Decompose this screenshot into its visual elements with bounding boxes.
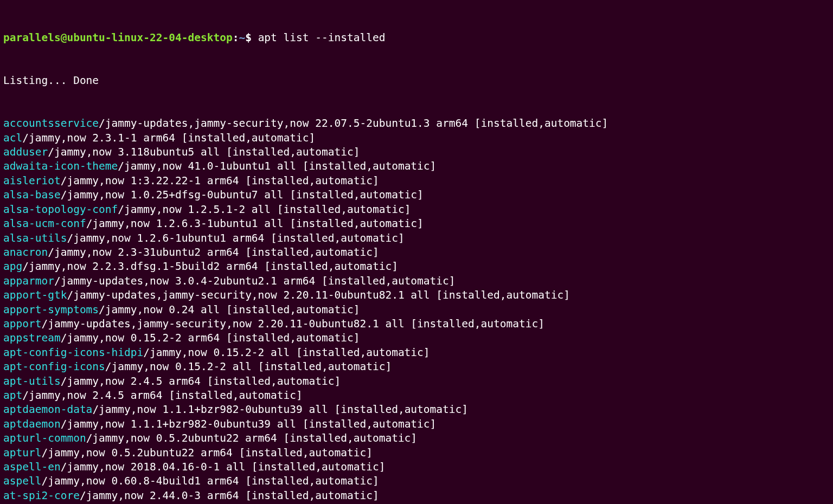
package-line: anacron/jammy,now 2.3-31ubuntu2 arm64 [i… (3, 245, 830, 260)
package-info: /jammy,now 0.15.2-2 all [installed,autom… (143, 346, 430, 359)
package-line: acl/jammy,now 2.3.1-1 arm64 [installed,a… (3, 131, 830, 145)
package-line: alsa-topology-conf/jammy,now 1.2.5.1-2 a… (3, 203, 830, 217)
package-name: apt-utils (3, 375, 61, 387)
package-line: apturl-common/jammy,now 0.5.2ubuntu22 ar… (3, 431, 830, 445)
package-name: alsa-base (3, 189, 61, 201)
package-line: apt/jammy,now 2.4.5 arm64 [installed,aut… (3, 389, 830, 403)
package-list: accountsservice/jammy-updates,jammy-secu… (3, 117, 830, 504)
package-line: apparmor/jammy-updates,now 3.0.4-2ubuntu… (3, 274, 830, 288)
package-name: aptdaemon (3, 418, 61, 430)
package-line: apport/jammy-updates,jammy-security,now … (3, 317, 830, 331)
package-name: apturl-common (3, 432, 86, 444)
package-info: /jammy,now 0.15.2-2 all [installed,autom… (105, 360, 392, 373)
package-name: apport-gtk (3, 289, 67, 301)
package-info: /jammy,now 41.0-1ubuntu1 all [installed,… (118, 160, 436, 172)
prompt-path: ~ (239, 31, 245, 44)
package-name: apt-config-icons-hidpi (3, 346, 143, 359)
package-name: accountsservice (3, 117, 99, 130)
package-name: aspell (3, 475, 41, 487)
package-name: aisleriot (3, 175, 61, 187)
package-line: at-spi2-core/jammy,now 2.44.0-3 arm64 [i… (3, 489, 830, 503)
package-info: /jammy,now 3.118ubuntu5 all [installed,a… (48, 146, 360, 158)
package-name: aspell-en (3, 461, 61, 473)
terminal-window[interactable]: parallels@ubuntu-linux-22-04-desktop:~$ … (0, 0, 833, 504)
package-line: aptdaemon/jammy,now 1.1.1+bzr982-0ubuntu… (3, 417, 830, 431)
package-info: /jammy,now 0.60.8-4build1 arm64 [install… (41, 475, 379, 487)
package-name: apparmor (3, 275, 54, 287)
package-name: alsa-topology-conf (3, 203, 118, 216)
package-info: /jammy,now 2018.04.16-0-1 all [installed… (61, 461, 386, 473)
package-line: adwaita-icon-theme/jammy,now 41.0-1ubunt… (3, 159, 830, 173)
package-name: apt-config-icons (3, 360, 105, 373)
package-line: aspell-en/jammy,now 2018.04.16-0-1 all [… (3, 460, 830, 474)
package-name: apt (3, 389, 22, 402)
package-name: acl (3, 132, 22, 144)
package-line: alsa-base/jammy,now 1.0.25+dfsg-0ubuntu7… (3, 188, 830, 202)
package-info: /jammy,now 2.44.0-3 arm64 [installed,aut… (80, 489, 379, 502)
package-info: /jammy-updates,now 3.0.4-2ubuntu2.1 arm6… (54, 275, 456, 287)
package-name: alsa-ucm-conf (3, 217, 86, 230)
package-info: /jammy,now 2.4.5 arm64 [installed,automa… (22, 389, 303, 402)
prompt-dollar: $ (245, 31, 258, 44)
package-name: apg (3, 260, 22, 273)
package-line: alsa-ucm-conf/jammy,now 1.2.6.3-1ubuntu1… (3, 217, 830, 231)
package-info: /jammy,now 1.1.1+bzr982-0ubuntu39 all [i… (92, 403, 468, 416)
package-info: /jammy,now 1.1.1+bzr982-0ubuntu39 all [i… (61, 418, 437, 430)
package-line: apt-config-icons-hidpi/jammy,now 0.15.2-… (3, 346, 830, 360)
prompt-colon: : (233, 31, 239, 44)
package-name: appstream (3, 332, 61, 344)
package-line: appstream/jammy,now 0.15.2-2 arm64 [inst… (3, 331, 830, 345)
package-line: adduser/jammy,now 3.118ubuntu5 all [inst… (3, 145, 830, 159)
package-line: aspell/jammy,now 0.60.8-4build1 arm64 [i… (3, 474, 830, 488)
package-name: alsa-utils (3, 232, 67, 244)
package-line: aisleriot/jammy,now 1:3.22.22-1 arm64 [i… (3, 174, 830, 188)
package-info: /jammy-updates,jammy-security,now 2.20.1… (41, 318, 544, 330)
package-line: apturl/jammy,now 0.5.2ubuntu22 arm64 [in… (3, 446, 830, 460)
package-name: aptdaemon-data (3, 403, 92, 416)
package-line: alsa-utils/jammy,now 1.2.6-1ubuntu1 arm6… (3, 231, 830, 245)
package-info: /jammy,now 2.4.5 arm64 [installed,automa… (61, 375, 341, 387)
package-name: apturl (3, 447, 41, 459)
package-name: adduser (3, 146, 48, 158)
package-info: /jammy-updates,jammy-security,now 2.20.1… (67, 289, 569, 301)
package-line: apport-symptoms/jammy,now 0.24 all [inst… (3, 303, 830, 317)
package-info: /jammy,now 2.2.3.dfsg.1-5build2 arm64 [i… (22, 260, 398, 273)
package-info: /jammy,now 1.2.5.1-2 all [installed,auto… (118, 203, 411, 216)
package-info: /jammy,now 1.2.6.3-1ubuntu1 all [install… (86, 217, 424, 230)
package-info: /jammy,now 0.5.2ubuntu22 arm64 [installe… (41, 447, 372, 459)
package-line: apg/jammy,now 2.2.3.dfsg.1-5build2 arm64… (3, 260, 830, 274)
prompt-line: parallels@ubuntu-linux-22-04-desktop:~$ … (3, 31, 830, 45)
package-info: /jammy,now 2.3-31ubuntu2 arm64 [installe… (48, 246, 379, 259)
package-line: accountsservice/jammy-updates,jammy-secu… (3, 117, 830, 131)
package-line: apt-config-icons/jammy,now 0.15.2-2 all … (3, 360, 830, 374)
package-info: /jammy,now 0.5.2ubuntu22 arm64 [installe… (86, 432, 417, 444)
package-info: /jammy,now 1.0.25+dfsg-0ubuntu7 all [ins… (61, 189, 424, 201)
package-name: anacron (3, 246, 48, 259)
package-info: /jammy,now 0.24 all [installed,automatic… (99, 303, 360, 316)
package-info: /jammy,now 2.3.1-1 arm64 [installed,auto… (22, 132, 315, 144)
package-info: /jammy-updates,jammy-security,now 22.07.… (99, 117, 608, 130)
package-info: /jammy,now 1.2.6-1ubuntu1 arm64 [install… (67, 232, 404, 244)
package-info: /jammy,now 0.15.2-2 arm64 [installed,aut… (61, 332, 360, 344)
package-line: apt-utils/jammy,now 2.4.5 arm64 [install… (3, 374, 830, 389)
package-line: apport-gtk/jammy-updates,jammy-security,… (3, 288, 830, 302)
package-name: apport-symptoms (3, 303, 99, 316)
package-name: adwaita-icon-theme (3, 160, 118, 172)
package-info: /jammy,now 1:3.22.22-1 arm64 [installed,… (61, 175, 379, 187)
package-name: apport (3, 318, 41, 330)
listing-header: Listing... Done (3, 74, 830, 88)
package-line: aptdaemon-data/jammy,now 1.1.1+bzr982-0u… (3, 403, 830, 417)
package-name: at-spi2-core (3, 489, 80, 502)
prompt-user-host: parallels@ubuntu-linux-22-04-desktop (3, 31, 233, 44)
command-text: apt list --installed (258, 31, 386, 44)
